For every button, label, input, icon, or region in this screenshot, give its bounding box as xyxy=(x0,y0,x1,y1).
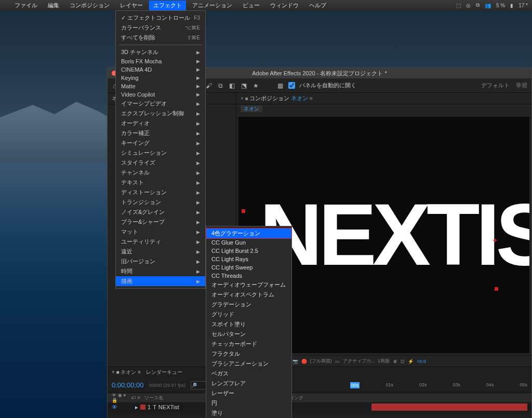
timeline-row[interactable]: 👁 ▸ 1 T NEXTist 通常 ⊘ なし xyxy=(108,402,531,412)
effect-menu-item[interactable]: ✓ エフェクトコントロールF3 xyxy=(116,13,205,23)
effect-menu-item[interactable]: チャンネル▶ xyxy=(116,168,205,178)
view-icon2[interactable]: ⊡ xyxy=(401,359,405,364)
workspace-default[interactable]: デフォルト xyxy=(481,82,510,89)
menu-effect[interactable]: エフェクト xyxy=(149,1,186,10)
effect-menu-item[interactable]: ノイズ&グレイン▶ xyxy=(116,207,205,217)
effect-menu-item[interactable]: Matte▶ xyxy=(116,82,205,90)
visibility-icon[interactable]: 👁 xyxy=(112,404,117,410)
generate-menu-item[interactable]: グリッド xyxy=(206,309,291,319)
effect-menu-item[interactable]: イマーシブビデオ▶ xyxy=(116,99,205,109)
effect-menu-item[interactable]: Keying▶ xyxy=(116,74,205,82)
timeline-timecode[interactable]: 0;00;00;00 xyxy=(112,381,143,389)
status-icon[interactable]: ◎ xyxy=(466,3,471,8)
generate-menu-item[interactable]: 塗り xyxy=(206,408,291,418)
generate-menu-item[interactable]: CC Glue Gun xyxy=(206,238,291,247)
effect-menu-item[interactable]: Boris FX Mocha▶ xyxy=(116,57,205,65)
effect-menu-item[interactable]: カラーバランス⌥⌘E xyxy=(116,23,205,33)
layer-handle[interactable] xyxy=(242,209,245,213)
effect-menu-item[interactable]: 描画▶ xyxy=(116,276,205,286)
effect-menu-item[interactable]: シミュレーション▶ xyxy=(116,148,205,158)
effect-menu-item[interactable]: 遠近▶ xyxy=(116,247,205,257)
menu-window[interactable]: ウィンドウ xyxy=(266,1,303,10)
ruler-tick: 02s xyxy=(419,382,427,388)
roto-tool-icon[interactable]: ⬔ xyxy=(240,81,248,90)
menu-animation[interactable]: アニメーション xyxy=(188,1,236,10)
snapshot-icon[interactable]: 📷 xyxy=(292,359,298,364)
effect-menu-item[interactable]: 時間▶ xyxy=(116,266,205,276)
row-name[interactable]: NEXTist xyxy=(158,404,179,410)
effect-menu-item[interactable]: 旧バージョン▶ xyxy=(116,257,205,266)
effect-menu-item[interactable]: トランジション▶ xyxy=(116,197,205,207)
col-source[interactable]: ソース名 xyxy=(144,395,196,401)
views-dropdown[interactable]: 1画面 xyxy=(378,358,390,365)
generate-menu-item[interactable]: CC Light Burst 2.5 xyxy=(206,247,291,255)
generate-menu-item[interactable]: レーザー xyxy=(206,388,291,398)
effect-menu-item[interactable]: ブラー&シャープ▶ xyxy=(116,217,205,227)
generate-menu-item[interactable]: レンズフレア xyxy=(206,379,291,388)
generate-menu-item[interactable]: チェッカーボード xyxy=(206,339,291,349)
generate-menu-item[interactable]: グラデーション xyxy=(206,300,291,309)
layer-handle[interactable] xyxy=(495,287,498,291)
generate-menu-item[interactable]: スポイト塗り xyxy=(206,319,291,329)
panel-icon[interactable]: ▦ xyxy=(276,81,284,90)
effect-menu-item[interactable]: エクスプレッション制御▶ xyxy=(116,109,205,118)
brush-tool-icon[interactable]: 🖌 xyxy=(205,81,213,90)
channel-icon[interactable]: 🔴 xyxy=(301,359,307,364)
menu-help[interactable]: ヘルプ xyxy=(305,1,330,10)
workspace-learn[interactable]: 学習 xyxy=(516,82,527,89)
screen-icon[interactable]: ⧉ xyxy=(476,2,480,8)
effect-menu-item[interactable]: Video Copilot▶ xyxy=(116,90,205,99)
eraser-tool-icon[interactable]: ◧ xyxy=(228,81,236,90)
region-icon[interactable]: ▭ xyxy=(335,359,340,364)
clone-tool-icon[interactable]: ⧉ xyxy=(217,81,224,90)
generate-menu-item[interactable]: CC Threads xyxy=(206,272,291,280)
effect-menu-item[interactable]: マット▶ xyxy=(116,227,205,237)
generate-menu-item[interactable]: 4色グラデーション xyxy=(206,228,291,238)
menu-edit[interactable]: 編集 xyxy=(44,1,63,10)
menu-view[interactable]: ビュー xyxy=(238,1,264,10)
effect-menu-item[interactable]: スタイライズ▶ xyxy=(116,158,205,168)
battery-status: 17 * xyxy=(518,3,528,8)
dropbox-icon[interactable]: ⬚ xyxy=(456,3,461,8)
view-icon[interactable]: 🖥 xyxy=(393,359,397,364)
layer-color[interactable] xyxy=(140,404,145,410)
generate-menu-item[interactable]: フラクタル xyxy=(206,349,291,359)
effect-menu-item[interactable]: ユーティリティ▶ xyxy=(116,237,205,247)
generate-menu-item[interactable]: オーディオスペクトラム xyxy=(206,290,291,300)
generate-menu-item[interactable]: CC Light Sweep xyxy=(206,263,291,272)
menu-layer[interactable]: レイヤー xyxy=(116,1,147,10)
pin-tool-icon[interactable]: ★ xyxy=(252,81,260,90)
effect-menu-item[interactable]: カラー補正▶ xyxy=(116,128,205,138)
timeline-tab-render[interactable]: レンダーキュー xyxy=(146,369,182,376)
auto-open-checkbox[interactable] xyxy=(288,82,295,89)
generate-menu-item[interactable]: オーディオウェーブフォーム xyxy=(206,280,291,290)
effect-menu-item[interactable]: 3D チャンネル▶ xyxy=(116,47,205,57)
generate-menu-item[interactable]: CC Light Rays xyxy=(206,255,291,263)
menu-file[interactable]: ファイル xyxy=(10,1,42,10)
users-icon[interactable]: 👥 xyxy=(485,3,491,8)
timeline-tab-comp[interactable]: × ■ ネオン ≡ xyxy=(112,369,141,376)
generate-menu-item[interactable]: ベガス xyxy=(206,369,291,379)
menu-composition[interactable]: コンポジション xyxy=(65,1,114,10)
battery-icon[interactable]: ▮ xyxy=(510,3,513,8)
quality-dropdown[interactable]: (フル画質) xyxy=(310,358,332,365)
viewer-text-layer[interactable]: NEXTIS xyxy=(260,185,529,285)
effect-menu-item[interactable]: オーディオ▶ xyxy=(116,118,205,128)
generate-menu-item[interactable]: セルパターン xyxy=(206,329,291,339)
effect-menu-item[interactable]: キーイング▶ xyxy=(116,138,205,148)
layer-bar[interactable] xyxy=(371,403,527,411)
effect-menu-item[interactable]: ディストーション▶ xyxy=(116,187,205,197)
comp-breadcrumb[interactable]: ネオン xyxy=(241,105,262,112)
effect-menu-item[interactable]: CINEMA 4D▶ xyxy=(116,65,205,74)
generate-menu-item[interactable]: ブラシアニメーション xyxy=(206,359,291,369)
view-icon3[interactable]: ⚡ xyxy=(408,359,414,364)
row-arrow[interactable]: ▸ xyxy=(135,404,138,411)
generate-menu-item[interactable]: 円 xyxy=(206,398,291,408)
anchor-icon[interactable]: ✦ xyxy=(492,236,498,245)
effect-menu-item[interactable]: テキスト▶ xyxy=(116,178,205,187)
comp-tab[interactable]: × ■ コンポジション ネオン ≡ xyxy=(241,95,313,102)
exposure-value[interactable]: +0.0 xyxy=(417,359,426,364)
playhead[interactable]: 00s xyxy=(350,382,360,388)
row-number: 1 xyxy=(148,404,151,410)
camera-dropdown[interactable]: アクティブカ... xyxy=(343,358,375,365)
